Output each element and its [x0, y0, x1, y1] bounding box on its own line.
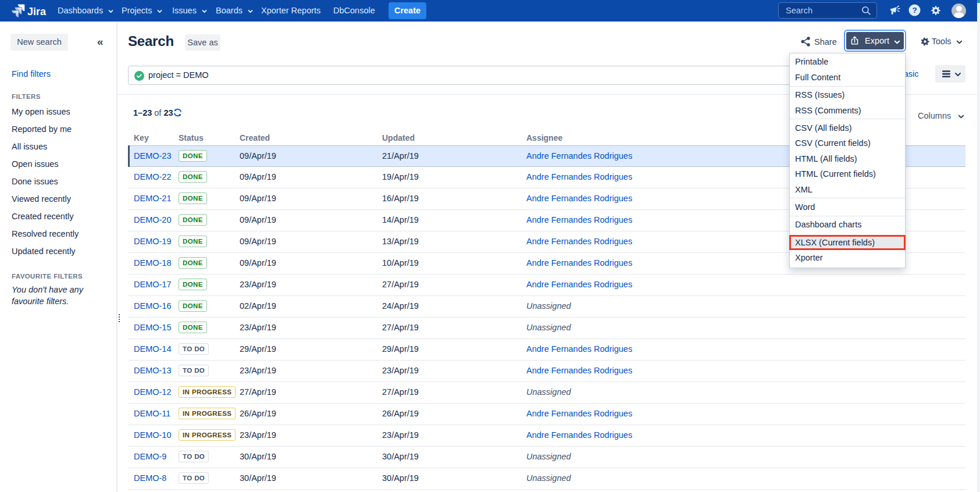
svg-text:?: ? — [912, 6, 917, 15]
svg-text:Jira: Jira — [27, 6, 47, 17]
